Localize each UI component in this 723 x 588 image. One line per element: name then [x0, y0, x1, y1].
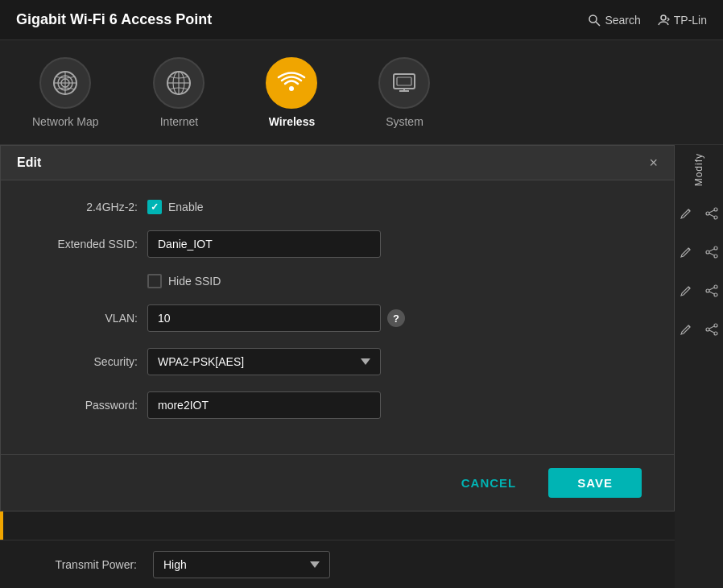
- sidebar-share-btn-2[interactable]: [700, 241, 723, 263]
- svg-line-35: [709, 330, 714, 333]
- edit-icon-3: [679, 284, 693, 298]
- vlan-help-icon[interactable]: ?: [387, 309, 405, 327]
- svg-point-11: [289, 86, 294, 91]
- vlan-row: VLAN: ?: [33, 304, 642, 332]
- edit-dialog: Edit × 2.4GHz-2: ✓ Enable Extended SSID:: [0, 145, 675, 511]
- edit-icon-4: [679, 322, 693, 337]
- wireless-icon-circle: [266, 57, 317, 109]
- svg-line-19: [709, 210, 714, 213]
- top-bar-actions: Search TP-Lin: [588, 14, 707, 27]
- internet-icon: [164, 68, 193, 97]
- dialog-title: Edit: [17, 155, 41, 170]
- ssid-label: Extended SSID:: [33, 238, 138, 251]
- share-icon-3: [704, 284, 719, 298]
- vlan-input-group: ?: [147, 304, 405, 332]
- hide-ssid-checkbox[interactable]: [147, 274, 162, 288]
- main-area: Edit × 2.4GHz-2: ✓ Enable Extended SSID:: [0, 145, 723, 588]
- security-row: Security: None WPA-PSK[TKIP] WPA2-PSK[AE…: [33, 348, 642, 375]
- transmit-power-label: Transmit Power:: [32, 558, 137, 571]
- user-menu[interactable]: TP-Lin: [657, 14, 707, 27]
- band-enable-row: 2.4GHz-2: ✓ Enable: [33, 200, 642, 214]
- nav-label-internet: Internet: [160, 115, 198, 128]
- ssid-row: Extended SSID:: [33, 230, 642, 258]
- network-map-icon: [51, 68, 80, 97]
- svg-point-21: [714, 246, 717, 250]
- search-icon: [588, 14, 601, 27]
- nav-label-system: System: [386, 115, 423, 128]
- svg-point-32: [714, 332, 717, 335]
- sidebar-share-btn-1[interactable]: [700, 202, 723, 225]
- svg-line-30: [709, 292, 714, 294]
- sidebar-share-btn-4[interactable]: [700, 318, 723, 341]
- sidebar-share-btn-3[interactable]: [700, 280, 723, 302]
- enable-checkbox[interactable]: ✓: [147, 200, 162, 214]
- share-icon-2: [704, 245, 719, 259]
- nav-item-wireless[interactable]: Wireless: [259, 57, 324, 128]
- dialog-header: Edit ×: [1, 146, 674, 180]
- svg-rect-15: [397, 77, 411, 85]
- svg-point-33: [706, 328, 709, 331]
- svg-point-16: [714, 208, 717, 211]
- svg-point-0: [589, 15, 597, 23]
- svg-point-27: [714, 293, 717, 296]
- bottom-area: Transmit Power: Low Medium High: [0, 540, 675, 588]
- svg-point-28: [706, 289, 709, 292]
- svg-point-17: [714, 216, 717, 219]
- edit-icon-2: [679, 245, 693, 259]
- dialog-footer: CANCEL SAVE: [1, 454, 674, 511]
- enable-checkbox-container[interactable]: ✓ Enable: [147, 200, 204, 214]
- top-bar: Gigabit Wi-Fi 6 Access Point Search TP-L…: [0, 0, 723, 40]
- transmit-power-select[interactable]: Low Medium High: [153, 551, 330, 578]
- right-sidebar: Modify: [675, 145, 723, 588]
- vlan-label: VLAN:: [33, 312, 138, 325]
- share-icon-1: [704, 206, 719, 221]
- nav-item-system[interactable]: System: [372, 57, 436, 128]
- svg-line-34: [709, 326, 714, 329]
- wireless-icon: [277, 68, 306, 97]
- security-label: Security:: [33, 355, 138, 368]
- password-row: Password:: [33, 391, 642, 419]
- nav-label-wireless: Wireless: [269, 115, 315, 128]
- share-icon-4: [704, 322, 719, 337]
- nav-item-internet[interactable]: Internet: [147, 57, 211, 128]
- band-label: 2.4GHz-2:: [33, 201, 138, 213]
- svg-point-18: [706, 212, 709, 215]
- svg-line-20: [709, 214, 714, 217]
- ssid-input[interactable]: [147, 230, 381, 258]
- cancel-button[interactable]: CANCEL: [442, 468, 536, 498]
- svg-line-29: [709, 288, 714, 290]
- password-input[interactable]: [147, 391, 381, 419]
- svg-point-31: [714, 324, 717, 327]
- sidebar-btn-pair-4: [675, 318, 723, 341]
- security-select[interactable]: None WPA-PSK[TKIP] WPA2-PSK[AES] WPA-PSK…: [147, 348, 381, 375]
- search-button[interactable]: Search: [588, 14, 640, 27]
- hide-ssid-row: Hide SSID: [33, 274, 642, 288]
- svg-point-22: [714, 255, 717, 258]
- sidebar-edit-btn-4[interactable]: [675, 318, 697, 341]
- svg-line-24: [709, 249, 714, 251]
- system-icon: [390, 68, 419, 97]
- svg-point-26: [714, 285, 717, 288]
- nav-area: Network Map Internet Wireless: [0, 40, 723, 145]
- hide-ssid-checkbox-container[interactable]: Hide SSID: [147, 274, 221, 288]
- svg-line-1: [596, 22, 600, 26]
- save-button[interactable]: SAVE: [548, 468, 642, 498]
- sidebar-edit-btn-2[interactable]: [675, 241, 697, 263]
- svg-line-25: [709, 253, 714, 255]
- app-title: Gigabit Wi-Fi 6 Access Point: [16, 11, 212, 28]
- nav-item-network-map[interactable]: Network Map: [32, 57, 98, 128]
- sidebar-edit-btn-1[interactable]: [675, 202, 697, 225]
- dialog-close-button[interactable]: ×: [649, 155, 658, 170]
- vlan-input[interactable]: [147, 304, 381, 332]
- sidebar-btn-pair-3: [675, 280, 723, 302]
- user-icon: [657, 14, 670, 27]
- nav-label-network-map: Network Map: [32, 115, 98, 128]
- svg-point-23: [706, 251, 709, 254]
- edit-icon-1: [679, 206, 693, 221]
- checkmark: ✓: [151, 201, 159, 213]
- sidebar-btn-pair-2: [675, 241, 723, 263]
- network-map-icon-circle: [39, 57, 91, 109]
- enable-label: Enable: [168, 201, 204, 213]
- sidebar-edit-btn-3[interactable]: [675, 280, 697, 302]
- system-icon-circle: [378, 57, 430, 109]
